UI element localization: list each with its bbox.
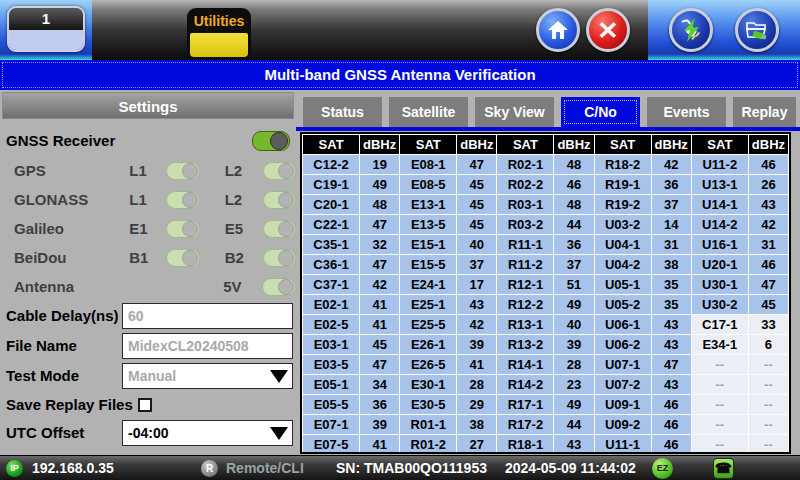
file-transfer-button[interactable] [735, 8, 779, 52]
sat-cell: R02-1 [497, 155, 553, 174]
toggle-knob [278, 250, 294, 266]
dbhz-cell: 14 [652, 215, 691, 234]
antenna-row: Antenna 5V [0, 272, 296, 301]
remote-session-icon: ☎ [713, 458, 734, 479]
toggle-glonass-l1[interactable] [166, 191, 199, 209]
close-button[interactable]: ✕ [586, 8, 630, 52]
screen-1-button[interactable]: 1 [7, 6, 85, 52]
sat-cell: C17-1 [692, 315, 748, 334]
save-replay-checkbox[interactable] [138, 398, 152, 412]
dbhz-cell: 48 [554, 155, 593, 174]
remote-mode-label: Remote/CLI [226, 460, 304, 476]
dbhz-cell: 43 [652, 335, 691, 354]
dbhz-cell: 42 [652, 155, 691, 174]
page-title: Multi-band GNSS Antenna Verification [0, 60, 800, 90]
power-connect-button[interactable] [669, 8, 713, 52]
settings-panel: Settings GNSS Receiver GPSL1L2GLONASSL1L… [0, 90, 296, 455]
screen-1-button-body [9, 30, 83, 52]
toggle-knob [182, 221, 198, 237]
remote-icon: R [201, 460, 218, 477]
toggle-beidou-b1[interactable] [166, 249, 199, 267]
toggle-gps-l2[interactable] [263, 162, 296, 180]
utc-offset-row: UTC Offset -04:00 [0, 418, 296, 448]
home-button[interactable] [536, 8, 580, 52]
folder-usb-icon [744, 17, 770, 43]
constellation-label: BeiDou [14, 249, 129, 266]
tab-status[interactable]: Status [303, 97, 382, 127]
dbhz-cell: 37 [652, 195, 691, 214]
test-mode-label: Test Mode [6, 367, 79, 384]
dbhz-cell: 45 [457, 175, 496, 194]
tab-satellite[interactable]: Satellite [389, 97, 468, 127]
antenna-5v-toggle[interactable] [262, 278, 296, 296]
dbhz-cell: 43 [652, 315, 691, 334]
sat-cell: U16-1 [692, 235, 748, 254]
tab-events[interactable]: Events [647, 97, 726, 127]
utilities-tab[interactable]: Utilities [187, 8, 251, 60]
dbhz-cell: 36 [652, 175, 691, 194]
dbhz-cell: 26 [749, 175, 788, 194]
dbhz-cell: 47 [360, 215, 399, 234]
sat-cell: R01-2 [400, 435, 456, 454]
dbhz-cell: 45 [749, 295, 788, 314]
gnss-receiver-toggle[interactable] [252, 131, 290, 151]
column-header-sat: SAT [497, 135, 553, 154]
tab-skyview[interactable]: Sky View [475, 97, 554, 127]
dbhz-cell: 43 [457, 295, 496, 314]
toggle-knob [182, 192, 198, 208]
tab-replay[interactable]: Replay [733, 97, 796, 127]
sat-cell: R19-1 [595, 175, 651, 194]
sat-cell: R11-1 [497, 235, 553, 254]
cable-delay-input[interactable]: 60 [122, 303, 293, 329]
sat-cell: U11-2 [692, 155, 748, 174]
screen-1-button-label: 1 [9, 8, 83, 30]
tab-cno[interactable]: C/No [561, 97, 640, 127]
sat-cell: -- [692, 435, 748, 454]
band-label: L1 [129, 162, 166, 179]
dbhz-cell: 38 [652, 255, 691, 274]
dbhz-cell: 44 [554, 215, 593, 234]
sat-cell: C22-1 [303, 215, 359, 234]
dbhz-cell: 45 [457, 215, 496, 234]
sat-cell: U30-2 [692, 295, 748, 314]
datetime: 2024-05-09 11:44:02 [505, 460, 636, 476]
column-header-dbhz: dBHz [360, 135, 399, 154]
sat-cell: U04-1 [595, 235, 651, 254]
toggle-gps-l1[interactable] [166, 162, 199, 180]
sat-cell: E24-1 [400, 275, 456, 294]
sat-cell: U09-2 [595, 415, 651, 434]
chevron-down-icon [270, 370, 288, 383]
table-row: E02-141E25-143R12-249U05-235U30-245 [303, 295, 788, 314]
test-mode-dropdown[interactable]: Manual [122, 363, 293, 389]
test-mode-value: Manual [128, 368, 176, 384]
dbhz-cell: 43 [652, 375, 691, 394]
power-plug-icon [678, 17, 704, 43]
file-name-input[interactable]: MidexCL20240508 [122, 333, 293, 359]
toggle-galileo-e5[interactable] [263, 220, 296, 238]
toggle-glonass-l2[interactable] [263, 191, 296, 209]
column-header-sat: SAT [692, 135, 748, 154]
dbhz-cell: 44 [554, 415, 593, 434]
utc-offset-dropdown[interactable]: -04:00 [122, 420, 293, 446]
dbhz-cell: -- [749, 395, 788, 414]
utc-offset-label: UTC Offset [6, 424, 84, 441]
dbhz-cell: 29 [457, 395, 496, 414]
sat-cell: -- [692, 415, 748, 434]
dbhz-cell: 42 [457, 315, 496, 334]
dbhz-cell: -- [749, 415, 788, 434]
dbhz-cell: 46 [652, 435, 691, 454]
constellation-row-galileo: GalileoE1E5 [0, 214, 296, 243]
dbhz-cell: -- [749, 435, 788, 454]
cno-table-header-row: SATdBHzSATdBHzSATdBHzSATdBHzSATdBHz [303, 135, 788, 154]
sat-cell: E03-5 [303, 355, 359, 374]
constellation-label: Galileo [14, 220, 129, 237]
sat-cell: -- [692, 395, 748, 414]
cno-table-body: C12-219E08-147R02-148R18-242U11-246C19-1… [303, 155, 788, 454]
sat-cell: C20-1 [303, 195, 359, 214]
column-header-dbhz: dBHz [749, 135, 788, 154]
ip-address: 192.168.0.35 [32, 460, 114, 476]
toggle-galileo-e1[interactable] [166, 220, 199, 238]
sat-cell: U09-1 [595, 395, 651, 414]
sat-cell: U14-1 [692, 195, 748, 214]
toggle-beidou-b2[interactable] [263, 249, 296, 267]
